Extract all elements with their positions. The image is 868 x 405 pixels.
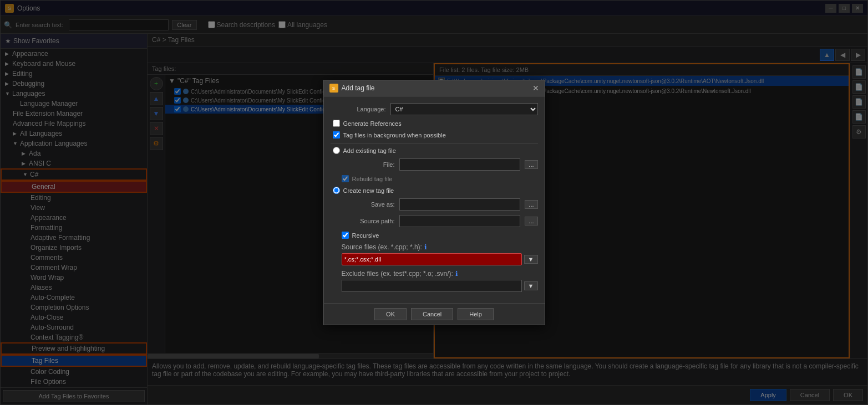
tag-bg-label: Tag files in background when possible	[343, 132, 446, 139]
modal-cancel-button[interactable]: Cancel	[411, 308, 453, 320]
recursive-row: Recursive	[331, 232, 538, 239]
modal-footer: OK Cancel Help	[324, 303, 545, 325]
modal-overlay: S Add tag file ✕ Language: C# Generate R…	[0, 0, 868, 405]
exclude-files-input[interactable]	[342, 280, 522, 292]
recursive-checkbox[interactable]	[342, 232, 349, 239]
save-as-label: Save as:	[339, 201, 395, 208]
modal-icon: S	[329, 84, 338, 93]
generate-refs-label: Generate References	[343, 120, 402, 127]
modal-title-bar: S Add tag file ✕	[324, 80, 545, 96]
save-as-browse-button[interactable]: ...	[525, 200, 537, 209]
language-select[interactable]: C#	[390, 103, 538, 115]
tag-bg-checkbox[interactable]	[333, 131, 340, 139]
modal-body: Language: C# Generate References Tag fil…	[324, 96, 545, 303]
rebuild-label: Rebuild tag file	[352, 176, 393, 182]
file-row: File: ...	[331, 158, 538, 171]
info-icon-2: ℹ	[455, 270, 458, 278]
file-browse-button[interactable]: ...	[525, 160, 537, 169]
create-new-radio[interactable]	[333, 187, 340, 194]
source-path-label: Source path:	[339, 218, 395, 224]
recursive-label: Recursive	[352, 232, 379, 239]
source-files-combo-wrapper: *.cs;*.csx;*.dll ▼	[342, 253, 538, 265]
exclude-files-label: Exclude files (ex. test*.cpp; *.o; .svn/…	[342, 270, 538, 278]
add-existing-label: Add existing tag file	[343, 147, 396, 154]
source-files-section: Source files (ex. *.cpp; *.h): ℹ *.cs;*.…	[331, 243, 538, 265]
language-label: Language:	[331, 106, 386, 112]
source-files-input[interactable]: *.cs;*.csx;*.dll	[342, 253, 522, 265]
generate-refs-row: Generate References	[331, 120, 538, 127]
exclude-files-section: Exclude files (ex. test*.cpp; *.o; .svn/…	[331, 270, 538, 292]
info-icon: ℹ	[424, 243, 427, 251]
exclude-files-dropdown-button[interactable]: ▼	[524, 281, 538, 290]
rebuild-row: Rebuild tag file	[331, 175, 538, 182]
add-existing-radio[interactable]	[333, 147, 340, 154]
exclude-files-combo-wrapper: ▼	[342, 280, 538, 292]
source-path-input[interactable]	[399, 215, 521, 227]
create-new-label: Create new tag file	[343, 187, 394, 194]
add-tag-file-dialog: S Add tag file ✕ Language: C# Generate R…	[323, 80, 545, 325]
add-existing-row: Add existing tag file	[331, 147, 538, 154]
generate-refs-checkbox[interactable]	[333, 120, 340, 127]
divider-1	[331, 143, 538, 143]
modal-ok-button[interactable]: OK	[374, 308, 407, 320]
source-path-row: Source path: ...	[331, 215, 538, 227]
modal-title-text: Add tag file	[342, 84, 375, 92]
modal-close-button[interactable]: ✕	[532, 84, 539, 93]
file-label: File:	[339, 161, 395, 168]
modal-help-button[interactable]: Help	[458, 308, 494, 320]
create-new-row: Create new tag file	[331, 187, 538, 194]
source-path-browse-button[interactable]: ...	[525, 217, 537, 225]
rebuild-checkbox[interactable]	[342, 175, 349, 182]
source-files-label: Source files (ex. *.cpp; *.h): ℹ	[342, 243, 538, 251]
language-row: Language: C#	[331, 103, 538, 115]
save-as-input[interactable]	[399, 198, 521, 211]
save-as-row: Save as: ...	[331, 198, 538, 211]
tag-bg-row: Tag files in background when possible	[331, 131, 538, 139]
source-files-dropdown-button[interactable]: ▼	[524, 255, 538, 264]
file-input[interactable]	[399, 158, 521, 171]
